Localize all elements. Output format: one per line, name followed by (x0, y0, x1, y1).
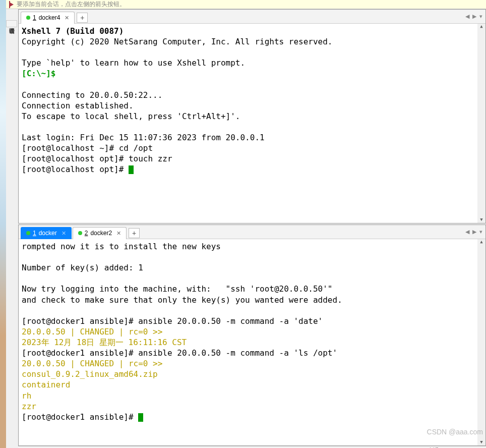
close-icon[interactable]: ✕ (116, 230, 121, 237)
tab-label: docker2 (90, 230, 112, 237)
hint-bar: 要添加当前会话，点击左侧的箭头按钮。 (6, 0, 486, 9)
tab-number: 1 (33, 14, 36, 21)
tab-next-icon[interactable]: ▶ (471, 13, 477, 20)
cursor-icon (129, 165, 134, 174)
term-line: Now try logging into the machine, with: … (22, 284, 333, 294)
term-line: [root@localhost ~]# cd /opt (22, 143, 153, 153)
tab-docker2[interactable]: 2 docker2 ✕ (73, 227, 127, 239)
term-line: and check to make sure that only the key… (22, 295, 342, 305)
scrollbar[interactable]: ▲ ▼ (477, 24, 485, 223)
term-line: 20.0.0.50 | CHANGED | rc=0 >> (22, 327, 162, 337)
add-tab-button[interactable]: + (129, 228, 140, 238)
tab-number: 2 (85, 230, 88, 237)
status-dot-icon (26, 231, 30, 235)
session-manager-side-tab[interactable]: 会话管理器 (6, 20, 17, 27)
term-line: Connection established. (22, 101, 134, 110)
scrollbar[interactable]: ▲ ▼ (477, 239, 485, 445)
term-line: rompted now it is to install the new key… (22, 242, 221, 251)
tab-number: 1 (33, 230, 36, 237)
term-line: Copyright (c) 2020 NetSarang Computer, I… (22, 37, 333, 46)
terminal-top[interactable]: Xshell 7 (Build 0087) Copyright (c) 2020… (19, 24, 485, 223)
tab-label: docker4 (39, 14, 60, 21)
tab-prev-icon[interactable]: ◀ (464, 229, 470, 235)
pane-bottom: 1 docker ✕ 2 docker2 ✕ + ◀ ▶ ▾ rompted n… (18, 225, 486, 446)
tab-label: docker (39, 230, 57, 237)
flag-icon (9, 1, 14, 8)
term-line: 2023年 12月 18日 星期一 16:11:16 CST (22, 338, 187, 347)
status-dot-icon (78, 231, 82, 235)
watermark: CSDN @aaa.com (427, 428, 483, 436)
tab-menu-icon[interactable]: ▾ (478, 229, 483, 235)
term-line: Connecting to 20.0.0.50:22... (22, 90, 162, 100)
term-line: 20.0.0.50 | CHANGED | rc=0 >> (22, 359, 162, 368)
pane-container: 1 docker4 ✕ + ◀ ▶ ▾ Xshell 7 (Build 0087… (18, 9, 486, 446)
status-bar: ssh://root@20.0.0.0 20:22 SSH2 xterm 75x… (18, 446, 486, 448)
add-tab-button[interactable]: + (77, 13, 88, 23)
term-line: [root@docker1 ansible]# ansible 20.0.0.5… (22, 348, 337, 358)
close-icon[interactable]: ✕ (65, 15, 69, 21)
scroll-up-icon[interactable]: ▲ (480, 24, 482, 30)
status-dot-icon (26, 16, 30, 20)
close-icon[interactable]: ✕ (62, 230, 66, 237)
term-line: rh (22, 391, 31, 401)
hint-text: 要添加当前会话，点击左侧的箭头按钮。 (17, 0, 126, 9)
term-prompt: [C:\~]$ (22, 69, 55, 78)
tab-navigation: ◀ ▶ ▾ (464, 229, 483, 235)
tab-navigation: ◀ ▶ ▾ (464, 13, 483, 20)
tab-bar-top: 1 docker4 ✕ + ◀ ▶ ▾ (19, 10, 485, 24)
tab-menu-icon[interactable]: ▾ (478, 13, 483, 20)
term-line: [root@localhost opt]# (22, 164, 129, 174)
pane-top: 1 docker4 ✕ + ◀ ▶ ▾ Xshell 7 (Build 0087… (18, 9, 486, 223)
tab-docker[interactable]: 1 docker ✕ (21, 227, 72, 239)
tab-next-icon[interactable]: ▶ (471, 229, 477, 235)
term-line: zzr (22, 402, 36, 411)
tab-prev-icon[interactable]: ◀ (464, 13, 470, 20)
term-line: Xshell 7 (Build 0087) (22, 26, 124, 36)
term-line: containerd (22, 380, 70, 389)
scroll-down-icon[interactable]: ▼ (480, 217, 482, 223)
term-line: consul_0.9.2_linux_amd64.zip (22, 369, 158, 379)
scroll-up-icon[interactable]: ▲ (480, 239, 482, 245)
term-line: [root@docker1 ansible]# ansible 20.0.0.5… (22, 316, 323, 326)
term-line: Last login: Fri Dec 15 11:07:36 2023 fro… (22, 133, 265, 142)
term-line: [root@localhost opt]# touch zzr (22, 154, 172, 163)
term-line: To escape to local shell, press 'Ctrl+Al… (22, 111, 240, 121)
desktop-background-strip (0, 0, 6, 448)
term-line: Number of key(s) added: 1 (22, 263, 143, 272)
term-line: [root@docker1 ansible]# (22, 412, 138, 422)
app-root: 要添加当前会话，点击左侧的箭头按钮。 会话管理器 1 docker4 ✕ + ◀… (0, 0, 486, 448)
tab-docker4[interactable]: 1 docker4 ✕ (21, 12, 75, 24)
term-line: Type `help' to learn how to use Xshell p… (22, 58, 245, 68)
scroll-down-icon[interactable]: ▼ (480, 439, 482, 445)
terminal-bottom[interactable]: rompted now it is to install the new key… (19, 239, 485, 445)
cursor-icon (138, 413, 143, 422)
tab-bar-bottom: 1 docker ✕ 2 docker2 ✕ + ◀ ▶ ▾ (19, 225, 485, 239)
